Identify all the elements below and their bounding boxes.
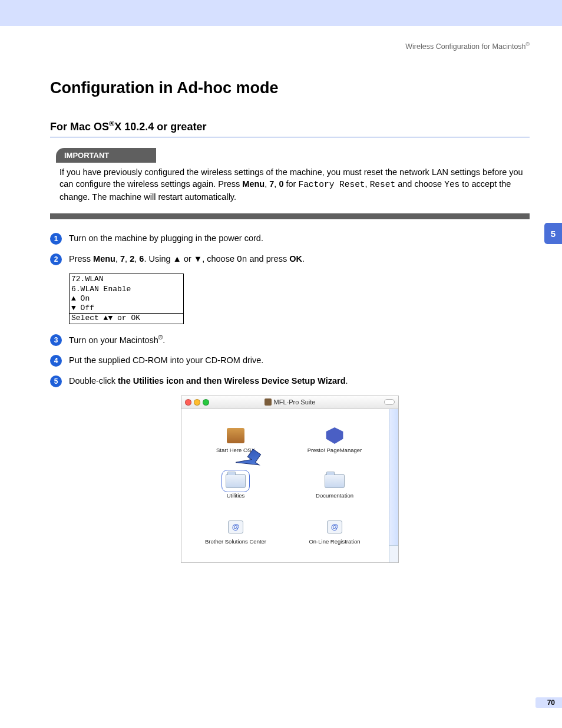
text: . (346, 376, 348, 386)
finder-body: Start Here OSX (181, 409, 398, 562)
chapter-tab: 5 (544, 223, 562, 244)
finder-item-start-here[interactable]: Start Here OSX (186, 417, 285, 463)
window-controls[interactable] (185, 399, 209, 406)
step-number-icon: 5 (50, 375, 62, 387)
section-heading: For Mac OS®X 10.2.4 or greater (50, 120, 530, 137)
step-3: 3 Turn on your Macintosh®. (50, 334, 530, 346)
finder-item-label: Start Here OSX (216, 447, 255, 453)
weblink-icon: @ (225, 518, 246, 536)
text: , (115, 254, 120, 263)
finder-title-text: MFL-Pro Suite (274, 398, 316, 406)
heading-post: X 10.2.4 or greater (114, 121, 206, 133)
text: . (163, 335, 165, 344)
page-content: Wireless Configuration for Macintosh® Co… (50, 41, 530, 563)
finder-item-label: Presto! PageManager (308, 447, 362, 453)
finder-item-label: On-Line Registration (309, 538, 360, 545)
lcd-line: Select ▲▼ or OK (70, 313, 183, 323)
step-text: Turn on your Macintosh®. (69, 334, 165, 346)
finder-item-documentation[interactable]: Documentation (285, 463, 384, 508)
key-menu: Menu (93, 254, 115, 263)
breadcrumb: Wireless Configuration for Macintosh® (50, 41, 530, 51)
important-callout: IMPORTANT If you have previously configu… (56, 148, 530, 209)
finder-item-presto[interactable]: Presto! PageManager (285, 417, 384, 463)
registered-mark: ® (109, 120, 114, 128)
lcd-line: ▼ Off (71, 304, 181, 313)
step-number-icon: 2 (50, 253, 62, 265)
lcd-line: 6.WLAN Enable (71, 285, 181, 294)
step-4: 4 Put the supplied CD-ROM into your CD-R… (50, 354, 530, 367)
text: , (365, 179, 370, 189)
text: and press (247, 254, 289, 263)
text: . Using ▲ or ▼, choose (144, 254, 237, 263)
minimize-icon[interactable] (194, 399, 200, 406)
page-number: 70 (535, 697, 562, 708)
important-body: If you have previously configured the wi… (56, 163, 530, 209)
registered-mark: ® (526, 41, 530, 47)
close-icon[interactable] (185, 399, 191, 406)
step-number-icon: 1 (50, 233, 62, 245)
page-title: Configuration in Ad-hoc mode (50, 79, 530, 97)
finder-item-utilities[interactable]: Utilities (186, 463, 285, 508)
finder-titlebar: MFL-Pro Suite (181, 396, 398, 409)
step-text: Turn on the machine by plugging in the p… (69, 232, 263, 244)
package-icon (225, 427, 246, 444)
text: . (302, 254, 305, 263)
step-text: Press Menu, 7, 2, 6. Using ▲ or ▼, choos… (69, 253, 305, 265)
step-number-icon: 3 (50, 334, 62, 346)
key-ok: OK (289, 254, 302, 263)
step-text: Put the supplied CD-ROM into your CD-ROM… (69, 354, 263, 366)
code-yes: Yes (444, 180, 459, 189)
text: Double-click (69, 376, 118, 386)
code-on: On (237, 255, 247, 264)
finder-item-label: Documentation (316, 492, 353, 499)
badge-icon (324, 427, 345, 444)
text: and choose (395, 179, 444, 189)
step-number-icon: 4 (50, 355, 62, 367)
code-factory-reset: Factory Reset (298, 180, 365, 189)
code-reset: Reset (370, 180, 396, 189)
lcd-line: 72.WLAN (71, 275, 181, 284)
toolbar-toggle-icon[interactable] (384, 399, 395, 405)
folder-icon (225, 472, 246, 490)
lcd-line: ▲ On (71, 294, 181, 304)
heading-pre: For Mac OS (50, 121, 109, 133)
breadcrumb-text: Wireless Configuration for Macintosh (405, 42, 525, 51)
finder-item-label: Brother Solutions Center (205, 538, 266, 545)
scrollbar[interactable] (389, 409, 398, 562)
folder-icon (324, 472, 345, 490)
step-text: Double-click the Utilities icon and then… (69, 375, 348, 387)
text: , (125, 254, 130, 263)
text: Turn on your Macintosh (69, 335, 158, 344)
lcd-display: 72.WLAN 6.WLAN Enable ▲ On ▼ Off Select … (69, 274, 184, 324)
step-1: 1 Turn on the machine by plugging in the… (50, 232, 530, 245)
package-icon (265, 398, 272, 406)
weblink-icon: @ (324, 518, 345, 536)
finder-title: MFL-Pro Suite (181, 398, 398, 406)
key-menu: Menu (242, 179, 265, 189)
finder-window: MFL-Pro Suite Start Here OSX (181, 396, 399, 563)
finder-item-label: Utilities (227, 492, 245, 499)
step-5: 5 Double-click the Utilities icon and th… (50, 375, 530, 387)
finder-icon-grid: Start Here OSX (181, 409, 389, 562)
important-label: IMPORTANT (56, 148, 156, 163)
finder-item-solutions-center[interactable]: @ Brother Solutions Center (186, 508, 285, 554)
key-7: 7 (120, 254, 125, 263)
text: Press (69, 254, 93, 263)
text-bold: the Utilities icon and then Wireless Dev… (118, 376, 346, 386)
finder-item-online-registration[interactable]: @ On-Line Registration (285, 508, 384, 554)
zoom-icon[interactable] (203, 399, 209, 406)
text: for (283, 179, 298, 189)
step-2: 2 Press Menu, 7, 2, 6. Using ▲ or ▼, cho… (50, 253, 530, 265)
divider (50, 213, 530, 219)
top-color-band (0, 0, 562, 27)
